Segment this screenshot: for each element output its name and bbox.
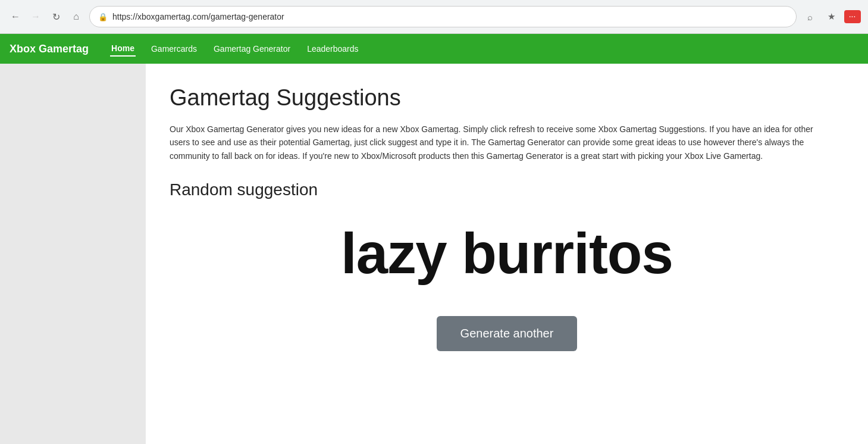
address-bar[interactable]: 🔒	[89, 6, 797, 27]
home-button[interactable]: ⌂	[68, 8, 84, 25]
browser-chrome: ← → ↻ ⌂ 🔒 ⌕ ★ ∙∙∙	[0, 0, 868, 34]
nav-gamercards[interactable]: Gamercards	[150, 42, 198, 56]
gamertag-text: lazy burritos	[170, 221, 844, 286]
nav-gamertag-generator[interactable]: Gamertag Generator	[212, 42, 292, 56]
browser-actions: ⌕ ★ ∙∙∙	[801, 8, 861, 25]
section-title: Random suggestion	[170, 180, 844, 199]
zoom-out-button[interactable]: ⌕	[801, 8, 818, 25]
lock-icon: 🔒	[98, 12, 108, 21]
nav-leaderboards[interactable]: Leaderboards	[306, 42, 359, 56]
sidebar	[0, 64, 146, 444]
gamertag-display: lazy burritos	[170, 209, 844, 298]
url-input[interactable]	[112, 12, 788, 21]
nav-buttons: ← → ↻ ⌂	[7, 8, 84, 25]
description-text: Our Xbox Gamertag Generator gives you ne…	[170, 123, 824, 162]
reload-button[interactable]: ↻	[48, 8, 64, 25]
nav-home[interactable]: Home	[110, 41, 136, 57]
browser-toolbar: ← → ↻ ⌂ 🔒 ⌕ ★ ∙∙∙	[0, 0, 868, 33]
forward-button[interactable]: →	[27, 8, 44, 25]
generate-another-button[interactable]: Generate another	[437, 316, 578, 351]
page-wrapper: Gamertag Suggestions Our Xbox Gamertag G…	[0, 64, 868, 444]
menu-button[interactable]: ∙∙∙	[844, 10, 861, 23]
site-logo: Xbox Gamertag	[10, 43, 89, 55]
site-nav: Xbox Gamertag Home Gamercards Gamertag G…	[0, 34, 868, 64]
page-title: Gamertag Suggestions	[170, 85, 844, 111]
back-button[interactable]: ←	[7, 8, 24, 25]
main-content: Gamertag Suggestions Our Xbox Gamertag G…	[146, 64, 868, 444]
bookmark-button[interactable]: ★	[823, 8, 839, 25]
